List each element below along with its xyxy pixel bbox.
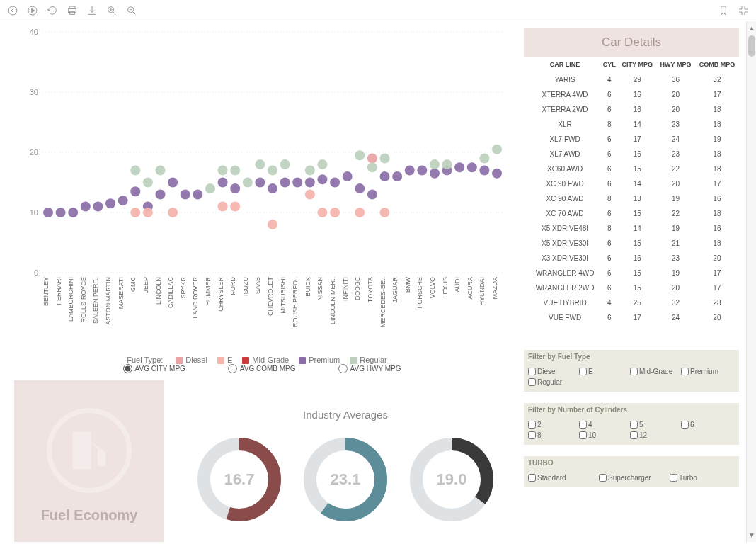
svg-point-66 (367, 190, 377, 200)
fuel-filter-checkbox[interactable]: Diesel (525, 366, 576, 377)
svg-point-34 (181, 190, 190, 200)
metric-radio[interactable]: AVG HWY MPG (338, 364, 401, 373)
zoom-in-icon[interactable] (106, 5, 118, 16)
table-header: COMB MPG (695, 57, 739, 72)
table-row[interactable]: X3 XDRIVE30I6162320 (524, 251, 739, 266)
cyl-filter-checkbox[interactable]: 4 (576, 419, 627, 430)
cyl-filter-checkbox[interactable]: 2 (525, 419, 576, 430)
svg-text:HYUNDAI: HYUNDAI (479, 277, 486, 306)
svg-text:0: 0 (34, 268, 38, 277)
table-row[interactable]: XC 90 FWD6142017 (524, 176, 739, 191)
table-row[interactable]: XC 90 AWD8131916 (524, 191, 739, 206)
svg-point-80 (479, 154, 489, 164)
legend-item: E (217, 356, 232, 364)
download-icon[interactable] (86, 5, 98, 16)
svg-point-73 (430, 169, 440, 178)
svg-point-74 (430, 159, 440, 169)
scroll-thumb[interactable] (748, 35, 755, 57)
svg-text:MERCEDES-BE..: MERCEDES-BE.. (379, 277, 386, 327)
table-header: CAR LINE (524, 57, 600, 72)
svg-point-53 (305, 190, 315, 200)
svg-point-82 (492, 144, 502, 154)
scroll-up-icon[interactable]: ▲ (748, 24, 755, 32)
svg-text:CHEVROLET: CHEVROLET (267, 277, 274, 317)
svg-point-57 (317, 208, 327, 217)
svg-text:ISUZU: ISUZU (242, 277, 249, 296)
svg-point-79 (479, 166, 489, 176)
play-icon[interactable] (27, 5, 38, 16)
turbo-filter-checkbox[interactable]: Supercharger (596, 472, 667, 483)
donut-chart: 19.0 (406, 434, 498, 526)
cyl-filter-checkbox[interactable]: 5 (627, 419, 678, 430)
svg-text:10: 10 (30, 208, 38, 217)
turbo-filter-checkbox[interactable]: Standard (525, 472, 596, 483)
svg-point-67 (380, 171, 390, 181)
scatter-chart: 010203040BENTLEYFERRARILAMBORGHINIROLLS-… (14, 28, 510, 354)
svg-point-17 (43, 208, 53, 217)
table-row[interactable]: XTERRA 4WD6162017 (524, 87, 739, 102)
svg-point-36 (205, 183, 215, 193)
svg-text:CHRYSLER: CHRYSLER (217, 277, 224, 312)
turbo-filter-checkbox[interactable]: Turbo (667, 472, 738, 483)
main-content: 010203040BENTLEYFERRARILAMBORGHINIROLLS-… (0, 21, 756, 542)
table-row[interactable]: WRANGLER 2WD6152017 (524, 280, 739, 295)
right-panel: Car Details CAR LINECYLCITY MPGHWY MPGCO… (517, 21, 746, 542)
svg-point-44 (255, 178, 265, 188)
svg-point-55 (317, 174, 327, 184)
svg-point-29 (143, 178, 153, 188)
legend-item: Diesel (176, 356, 207, 364)
cyl-filter-checkbox[interactable]: 8 (525, 430, 576, 441)
svg-text:BENTLEY: BENTLEY (42, 277, 50, 306)
collapse-icon[interactable] (738, 5, 749, 16)
table-row[interactable]: VUE HYBRID4253228 (524, 295, 739, 310)
svg-text:40: 40 (30, 28, 38, 36)
cyl-filter-checkbox[interactable]: 10 (576, 430, 627, 441)
table-row[interactable]: VUE FWD6172420 (524, 310, 739, 325)
cyl-filter-checkbox[interactable]: 12 (627, 430, 678, 441)
table-row[interactable]: XTERRA 2WD6162018 (524, 102, 739, 117)
svg-point-39 (218, 202, 228, 212)
filter-fuel-card: Filter by Fuel Type Diesel E Mid-Grade P… (524, 350, 739, 392)
svg-point-30 (156, 190, 166, 200)
back-icon[interactable] (7, 5, 18, 16)
fuel-filter-checkbox[interactable]: Regular (525, 377, 576, 387)
svg-point-38 (218, 178, 228, 188)
svg-text:MITSUBISHI: MITSUBISHI (280, 277, 287, 314)
metric-radio[interactable]: AVG COMB MPG (228, 364, 296, 373)
fuel-filter-checkbox[interactable]: Premium (678, 366, 729, 377)
table-row[interactable]: XL7 AWD6162318 (524, 147, 739, 162)
scrollbar[interactable]: ▲ ▼ (746, 21, 756, 542)
print-icon[interactable] (67, 5, 78, 16)
svg-point-43 (243, 178, 253, 188)
table-row[interactable]: WRANGLER 4WD6151917 (524, 266, 739, 280)
table-row[interactable]: XL7 FWD6172419 (524, 132, 739, 147)
filter-cyl-card: Filter by Number of Cylinders 2 4 5 6 8 … (524, 403, 739, 445)
bookmark-icon[interactable] (718, 5, 729, 16)
svg-point-21 (93, 202, 103, 212)
cyl-filter-checkbox[interactable]: 6 (678, 419, 729, 430)
svg-text:GMC: GMC (130, 277, 137, 292)
svg-text:CADILLAC: CADILLAC (167, 276, 174, 308)
table-row[interactable]: X5 XDRIVE48I8141916 (524, 221, 739, 236)
fuel-filter-checkbox[interactable]: Mid-Grade (627, 366, 678, 377)
svg-text:ROLLS-ROYCE: ROLLS-ROYCE (80, 277, 87, 323)
svg-text:LINCOLN-MER..: LINCOLN-MER.. (329, 277, 336, 324)
svg-point-77 (454, 162, 464, 172)
svg-text:30: 30 (30, 88, 38, 96)
table-row[interactable]: YARIS4293632 (524, 72, 739, 87)
svg-text:SAAB: SAAB (254, 277, 261, 294)
svg-point-25 (130, 208, 140, 217)
metric-radio[interactable]: AVG CITY MPG (123, 364, 185, 373)
fuel-filter-checkbox[interactable]: E (576, 366, 627, 377)
table-row[interactable]: X5 XDRIVE30I6152118 (524, 236, 739, 251)
refresh-icon[interactable] (47, 5, 58, 16)
svg-point-70 (392, 171, 402, 181)
table-row[interactable]: XLR8142318 (524, 117, 739, 132)
donut-chart: 16.7 (193, 434, 285, 526)
table-row[interactable]: XC60 AWD6152218 (524, 162, 739, 176)
svg-text:SALEEN PERF..: SALEEN PERF.. (92, 277, 99, 324)
table-row[interactable]: XC 70 AWD6152218 (524, 206, 739, 221)
scroll-down-icon[interactable]: ▼ (748, 531, 755, 539)
zoom-out-icon[interactable] (126, 5, 137, 16)
svg-point-40 (230, 183, 240, 193)
